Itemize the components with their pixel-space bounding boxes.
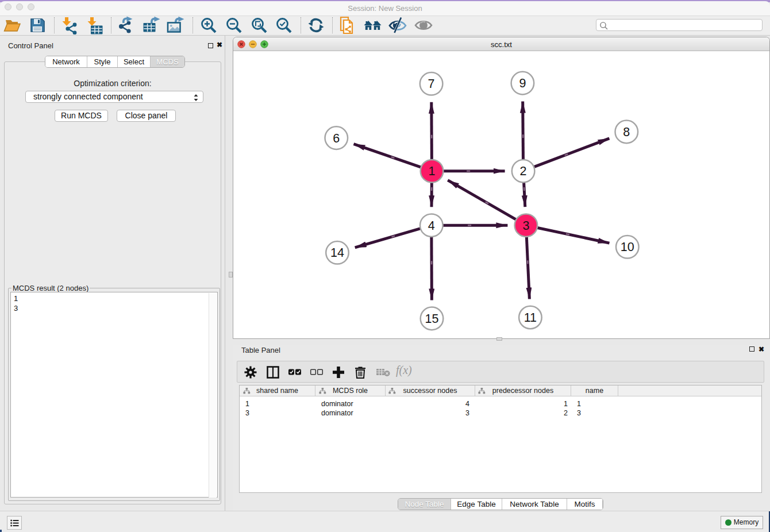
svg-text:1: 1 xyxy=(429,164,436,178)
svg-text:14: 14 xyxy=(330,246,344,260)
svg-text:6: 6 xyxy=(333,132,340,145)
svg-text:15: 15 xyxy=(425,312,439,326)
svg-text:8: 8 xyxy=(623,125,630,139)
svg-text:2: 2 xyxy=(520,164,527,178)
svg-text:11: 11 xyxy=(524,311,537,325)
svg-text:4: 4 xyxy=(428,219,435,233)
svg-text:9: 9 xyxy=(519,76,526,90)
svg-text:7: 7 xyxy=(428,77,435,91)
svg-text:10: 10 xyxy=(621,240,634,254)
svg-text:3: 3 xyxy=(522,219,529,233)
